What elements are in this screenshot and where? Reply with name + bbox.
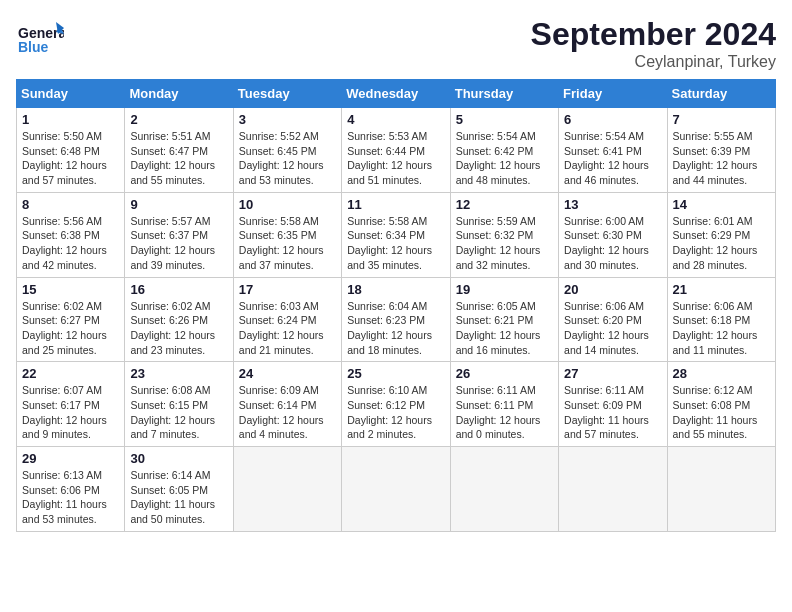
day-info: Sunrise: 5:50 AMSunset: 6:48 PMDaylight:…: [22, 129, 119, 188]
table-row: [559, 447, 667, 532]
calendar-header-row: Sunday Monday Tuesday Wednesday Thursday…: [17, 80, 776, 108]
day-info: Sunrise: 6:10 AMSunset: 6:12 PMDaylight:…: [347, 383, 444, 442]
day-info: Sunrise: 6:08 AMSunset: 6:15 PMDaylight:…: [130, 383, 227, 442]
day-info: Sunrise: 5:58 AMSunset: 6:34 PMDaylight:…: [347, 214, 444, 273]
title-block: September 2024 Ceylanpinar, Turkey: [531, 16, 776, 71]
table-row: 5Sunrise: 5:54 AMSunset: 6:42 PMDaylight…: [450, 108, 558, 193]
day-info: Sunrise: 5:56 AMSunset: 6:38 PMDaylight:…: [22, 214, 119, 273]
day-number: 18: [347, 282, 444, 297]
day-info: Sunrise: 5:53 AMSunset: 6:44 PMDaylight:…: [347, 129, 444, 188]
day-info: Sunrise: 6:11 AMSunset: 6:09 PMDaylight:…: [564, 383, 661, 442]
table-row: 28Sunrise: 6:12 AMSunset: 6:08 PMDayligh…: [667, 362, 775, 447]
day-info: Sunrise: 6:03 AMSunset: 6:24 PMDaylight:…: [239, 299, 336, 358]
calendar-week-row: 15Sunrise: 6:02 AMSunset: 6:27 PMDayligh…: [17, 277, 776, 362]
logo: General Blue: [16, 16, 64, 68]
table-row: 21Sunrise: 6:06 AMSunset: 6:18 PMDayligh…: [667, 277, 775, 362]
table-row: 2Sunrise: 5:51 AMSunset: 6:47 PMDaylight…: [125, 108, 233, 193]
day-info: Sunrise: 5:55 AMSunset: 6:39 PMDaylight:…: [673, 129, 770, 188]
day-number: 10: [239, 197, 336, 212]
day-number: 26: [456, 366, 553, 381]
day-number: 8: [22, 197, 119, 212]
day-info: Sunrise: 6:05 AMSunset: 6:21 PMDaylight:…: [456, 299, 553, 358]
page-header: General Blue September 2024 Ceylanpinar,…: [16, 16, 776, 71]
col-saturday: Saturday: [667, 80, 775, 108]
day-number: 17: [239, 282, 336, 297]
day-info: Sunrise: 6:06 AMSunset: 6:18 PMDaylight:…: [673, 299, 770, 358]
day-info: Sunrise: 6:01 AMSunset: 6:29 PMDaylight:…: [673, 214, 770, 273]
table-row: 15Sunrise: 6:02 AMSunset: 6:27 PMDayligh…: [17, 277, 125, 362]
day-info: Sunrise: 5:58 AMSunset: 6:35 PMDaylight:…: [239, 214, 336, 273]
page-subtitle: Ceylanpinar, Turkey: [531, 53, 776, 71]
day-number: 2: [130, 112, 227, 127]
day-number: 24: [239, 366, 336, 381]
day-number: 27: [564, 366, 661, 381]
calendar-week-row: 8Sunrise: 5:56 AMSunset: 6:38 PMDaylight…: [17, 192, 776, 277]
table-row: 10Sunrise: 5:58 AMSunset: 6:35 PMDayligh…: [233, 192, 341, 277]
table-row: 4Sunrise: 5:53 AMSunset: 6:44 PMDaylight…: [342, 108, 450, 193]
day-number: 6: [564, 112, 661, 127]
day-number: 11: [347, 197, 444, 212]
table-row: 19Sunrise: 6:05 AMSunset: 6:21 PMDayligh…: [450, 277, 558, 362]
day-info: Sunrise: 6:11 AMSunset: 6:11 PMDaylight:…: [456, 383, 553, 442]
table-row: 25Sunrise: 6:10 AMSunset: 6:12 PMDayligh…: [342, 362, 450, 447]
calendar-week-row: 1Sunrise: 5:50 AMSunset: 6:48 PMDaylight…: [17, 108, 776, 193]
day-number: 1: [22, 112, 119, 127]
day-number: 9: [130, 197, 227, 212]
day-number: 19: [456, 282, 553, 297]
day-number: 13: [564, 197, 661, 212]
day-number: 30: [130, 451, 227, 466]
day-number: 22: [22, 366, 119, 381]
calendar-week-row: 22Sunrise: 6:07 AMSunset: 6:17 PMDayligh…: [17, 362, 776, 447]
calendar-table: Sunday Monday Tuesday Wednesday Thursday…: [16, 79, 776, 532]
day-info: Sunrise: 5:54 AMSunset: 6:42 PMDaylight:…: [456, 129, 553, 188]
day-number: 14: [673, 197, 770, 212]
col-friday: Friday: [559, 80, 667, 108]
table-row: 6Sunrise: 5:54 AMSunset: 6:41 PMDaylight…: [559, 108, 667, 193]
day-info: Sunrise: 5:57 AMSunset: 6:37 PMDaylight:…: [130, 214, 227, 273]
day-info: Sunrise: 6:02 AMSunset: 6:26 PMDaylight:…: [130, 299, 227, 358]
day-info: Sunrise: 6:06 AMSunset: 6:20 PMDaylight:…: [564, 299, 661, 358]
day-info: Sunrise: 6:00 AMSunset: 6:30 PMDaylight:…: [564, 214, 661, 273]
day-number: 28: [673, 366, 770, 381]
table-row: [450, 447, 558, 532]
day-number: 4: [347, 112, 444, 127]
table-row: 7Sunrise: 5:55 AMSunset: 6:39 PMDaylight…: [667, 108, 775, 193]
day-number: 3: [239, 112, 336, 127]
table-row: 12Sunrise: 5:59 AMSunset: 6:32 PMDayligh…: [450, 192, 558, 277]
day-number: 29: [22, 451, 119, 466]
table-row: 23Sunrise: 6:08 AMSunset: 6:15 PMDayligh…: [125, 362, 233, 447]
table-row: [667, 447, 775, 532]
table-row: 27Sunrise: 6:11 AMSunset: 6:09 PMDayligh…: [559, 362, 667, 447]
day-number: 16: [130, 282, 227, 297]
table-row: 29Sunrise: 6:13 AMSunset: 6:06 PMDayligh…: [17, 447, 125, 532]
table-row: 1Sunrise: 5:50 AMSunset: 6:48 PMDaylight…: [17, 108, 125, 193]
day-info: Sunrise: 5:51 AMSunset: 6:47 PMDaylight:…: [130, 129, 227, 188]
table-row: 18Sunrise: 6:04 AMSunset: 6:23 PMDayligh…: [342, 277, 450, 362]
table-row: 17Sunrise: 6:03 AMSunset: 6:24 PMDayligh…: [233, 277, 341, 362]
table-row: [342, 447, 450, 532]
day-number: 15: [22, 282, 119, 297]
day-info: Sunrise: 5:59 AMSunset: 6:32 PMDaylight:…: [456, 214, 553, 273]
day-number: 25: [347, 366, 444, 381]
table-row: 20Sunrise: 6:06 AMSunset: 6:20 PMDayligh…: [559, 277, 667, 362]
svg-text:Blue: Blue: [18, 39, 49, 55]
day-number: 12: [456, 197, 553, 212]
day-info: Sunrise: 6:12 AMSunset: 6:08 PMDaylight:…: [673, 383, 770, 442]
day-info: Sunrise: 6:02 AMSunset: 6:27 PMDaylight:…: [22, 299, 119, 358]
table-row: 11Sunrise: 5:58 AMSunset: 6:34 PMDayligh…: [342, 192, 450, 277]
day-number: 21: [673, 282, 770, 297]
table-row: 14Sunrise: 6:01 AMSunset: 6:29 PMDayligh…: [667, 192, 775, 277]
col-thursday: Thursday: [450, 80, 558, 108]
col-sunday: Sunday: [17, 80, 125, 108]
page-title: September 2024: [531, 16, 776, 53]
table-row: 30Sunrise: 6:14 AMSunset: 6:05 PMDayligh…: [125, 447, 233, 532]
table-row: 22Sunrise: 6:07 AMSunset: 6:17 PMDayligh…: [17, 362, 125, 447]
day-info: Sunrise: 6:13 AMSunset: 6:06 PMDaylight:…: [22, 468, 119, 527]
col-tuesday: Tuesday: [233, 80, 341, 108]
table-row: 9Sunrise: 5:57 AMSunset: 6:37 PMDaylight…: [125, 192, 233, 277]
table-row: 16Sunrise: 6:02 AMSunset: 6:26 PMDayligh…: [125, 277, 233, 362]
table-row: 13Sunrise: 6:00 AMSunset: 6:30 PMDayligh…: [559, 192, 667, 277]
col-monday: Monday: [125, 80, 233, 108]
day-number: 23: [130, 366, 227, 381]
logo-icon: General Blue: [16, 16, 64, 68]
